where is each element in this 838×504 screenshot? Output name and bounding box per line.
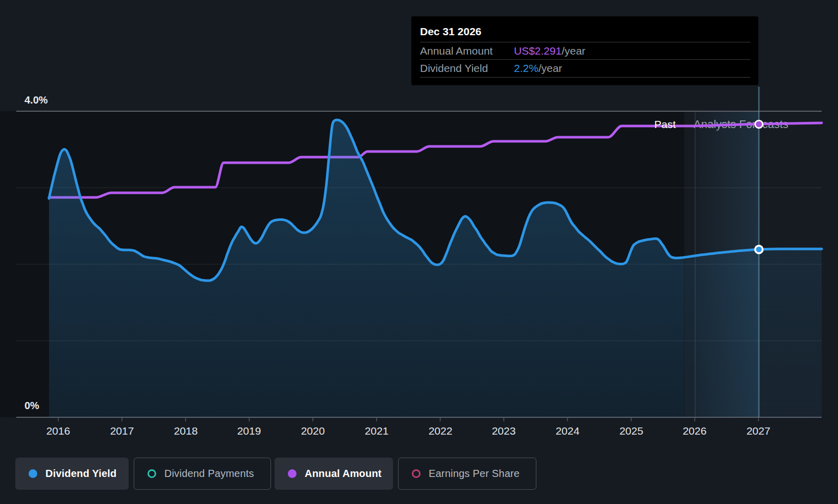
svg-text:2025: 2025 (620, 425, 644, 437)
svg-text:2027: 2027 (747, 425, 771, 437)
svg-text:2016: 2016 (46, 425, 70, 437)
svg-text:2023: 2023 (492, 425, 516, 437)
svg-text:2017: 2017 (110, 425, 134, 437)
svg-text:4.0%: 4.0% (24, 94, 48, 106)
svg-text:2024: 2024 (556, 425, 580, 437)
svg-text:2026: 2026 (683, 425, 707, 437)
svg-text:0%: 0% (24, 400, 39, 411)
svg-text:2020: 2020 (301, 425, 325, 437)
svg-text:2019: 2019 (237, 425, 261, 437)
svg-text:2022: 2022 (429, 425, 453, 437)
svg-text:2018: 2018 (174, 425, 198, 437)
svg-text:2021: 2021 (365, 425, 389, 437)
svg-text:Past: Past (654, 118, 676, 130)
